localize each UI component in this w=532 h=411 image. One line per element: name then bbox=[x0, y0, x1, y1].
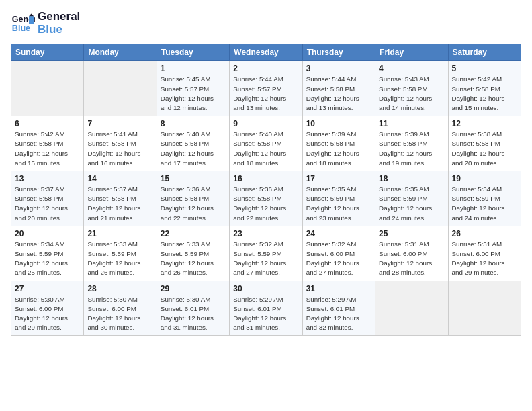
calendar-cell: 16Sunrise: 5:36 AM Sunset: 5:58 PM Dayli… bbox=[230, 171, 302, 226]
day-number: 6 bbox=[15, 119, 80, 128]
day-info: Sunrise: 5:43 AM Sunset: 5:58 PM Dayligh… bbox=[379, 75, 444, 113]
day-number: 13 bbox=[15, 174, 80, 183]
calendar-week-row: 27Sunrise: 5:30 AM Sunset: 6:00 PM Dayli… bbox=[11, 281, 521, 336]
calendar-cell: 18Sunrise: 5:35 AM Sunset: 5:59 PM Dayli… bbox=[375, 171, 448, 226]
day-info: Sunrise: 5:33 AM Sunset: 5:59 PM Dayligh… bbox=[87, 240, 152, 278]
calendar-cell: 7Sunrise: 5:41 AM Sunset: 5:58 PM Daylig… bbox=[84, 116, 157, 171]
day-info: Sunrise: 5:40 AM Sunset: 5:58 PM Dayligh… bbox=[233, 130, 298, 168]
calendar-cell: 21Sunrise: 5:33 AM Sunset: 5:59 PM Dayli… bbox=[84, 226, 157, 281]
calendar-cell bbox=[11, 61, 84, 116]
calendar-cell: 17Sunrise: 5:35 AM Sunset: 5:59 PM Dayli… bbox=[302, 171, 375, 226]
weekday-header-wednesday: Wednesday bbox=[230, 44, 302, 61]
calendar-cell: 30Sunrise: 5:29 AM Sunset: 6:01 PM Dayli… bbox=[230, 281, 302, 336]
calendar-week-row: 20Sunrise: 5:34 AM Sunset: 5:59 PM Dayli… bbox=[11, 226, 521, 281]
day-info: Sunrise: 5:32 AM Sunset: 6:00 PM Dayligh… bbox=[306, 240, 371, 278]
weekday-header-sunday: Sunday bbox=[11, 44, 84, 61]
calendar-cell: 2Sunrise: 5:44 AM Sunset: 5:57 PM Daylig… bbox=[230, 61, 302, 116]
day-number: 15 bbox=[161, 174, 226, 183]
day-number: 7 bbox=[87, 119, 152, 128]
logo: General Blue General Blue bbox=[11, 11, 80, 36]
weekday-header-friday: Friday bbox=[375, 44, 448, 61]
calendar-cell bbox=[448, 281, 521, 336]
day-info: Sunrise: 5:31 AM Sunset: 6:00 PM Dayligh… bbox=[379, 240, 444, 278]
day-info: Sunrise: 5:37 AM Sunset: 5:58 PM Dayligh… bbox=[15, 185, 80, 223]
calendar-cell: 20Sunrise: 5:34 AM Sunset: 5:59 PM Dayli… bbox=[11, 226, 84, 281]
day-number: 23 bbox=[233, 229, 298, 238]
svg-text:Blue: Blue bbox=[12, 23, 30, 32]
calendar-cell: 15Sunrise: 5:36 AM Sunset: 5:58 PM Dayli… bbox=[157, 171, 229, 226]
day-info: Sunrise: 5:40 AM Sunset: 5:58 PM Dayligh… bbox=[161, 130, 226, 168]
day-info: Sunrise: 5:42 AM Sunset: 5:58 PM Dayligh… bbox=[452, 75, 517, 113]
calendar-cell: 26Sunrise: 5:31 AM Sunset: 6:00 PM Dayli… bbox=[448, 226, 521, 281]
svg-marker-2 bbox=[29, 16, 34, 24]
day-info: Sunrise: 5:32 AM Sunset: 5:59 PM Dayligh… bbox=[233, 240, 298, 278]
calendar-cell bbox=[84, 61, 157, 116]
day-info: Sunrise: 5:35 AM Sunset: 5:59 PM Dayligh… bbox=[379, 185, 444, 223]
page-header: General Blue General Blue bbox=[11, 11, 521, 36]
calendar-table: SundayMondayTuesdayWednesdayThursdayFrid… bbox=[11, 44, 521, 336]
day-info: Sunrise: 5:31 AM Sunset: 6:00 PM Dayligh… bbox=[452, 240, 517, 278]
calendar-week-row: 13Sunrise: 5:37 AM Sunset: 5:58 PM Dayli… bbox=[11, 171, 521, 226]
day-number: 5 bbox=[452, 64, 517, 73]
day-number: 27 bbox=[15, 284, 80, 293]
calendar-cell: 29Sunrise: 5:30 AM Sunset: 6:01 PM Dayli… bbox=[157, 281, 229, 336]
day-info: Sunrise: 5:42 AM Sunset: 5:58 PM Dayligh… bbox=[15, 130, 80, 168]
day-info: Sunrise: 5:29 AM Sunset: 6:01 PM Dayligh… bbox=[306, 295, 371, 333]
calendar-cell: 10Sunrise: 5:39 AM Sunset: 5:58 PM Dayli… bbox=[302, 116, 375, 171]
day-number: 4 bbox=[379, 64, 444, 73]
day-number: 16 bbox=[233, 174, 298, 183]
day-info: Sunrise: 5:34 AM Sunset: 5:59 PM Dayligh… bbox=[15, 240, 80, 278]
day-info: Sunrise: 5:35 AM Sunset: 5:59 PM Dayligh… bbox=[306, 185, 371, 223]
calendar-week-row: 1Sunrise: 5:45 AM Sunset: 5:57 PM Daylig… bbox=[11, 61, 521, 116]
day-number: 30 bbox=[233, 284, 298, 293]
day-info: Sunrise: 5:41 AM Sunset: 5:58 PM Dayligh… bbox=[87, 130, 152, 168]
day-info: Sunrise: 5:38 AM Sunset: 5:58 PM Dayligh… bbox=[452, 130, 517, 168]
day-number: 31 bbox=[306, 284, 371, 293]
day-number: 29 bbox=[161, 284, 226, 293]
day-info: Sunrise: 5:44 AM Sunset: 5:57 PM Dayligh… bbox=[233, 75, 298, 113]
calendar-cell: 31Sunrise: 5:29 AM Sunset: 6:01 PM Dayli… bbox=[302, 281, 375, 336]
day-number: 28 bbox=[87, 284, 152, 293]
calendar-cell: 4Sunrise: 5:43 AM Sunset: 5:58 PM Daylig… bbox=[375, 61, 448, 116]
day-info: Sunrise: 5:30 AM Sunset: 6:00 PM Dayligh… bbox=[15, 295, 80, 333]
calendar-cell: 3Sunrise: 5:44 AM Sunset: 5:58 PM Daylig… bbox=[302, 61, 375, 116]
day-number: 24 bbox=[306, 229, 371, 238]
day-number: 2 bbox=[233, 64, 298, 73]
calendar-cell: 5Sunrise: 5:42 AM Sunset: 5:58 PM Daylig… bbox=[448, 61, 521, 116]
weekday-header-monday: Monday bbox=[84, 44, 157, 61]
day-number: 9 bbox=[233, 119, 298, 128]
day-number: 14 bbox=[87, 174, 152, 183]
calendar-cell bbox=[375, 281, 448, 336]
calendar-cell: 11Sunrise: 5:39 AM Sunset: 5:58 PM Dayli… bbox=[375, 116, 448, 171]
day-info: Sunrise: 5:39 AM Sunset: 5:58 PM Dayligh… bbox=[379, 130, 444, 168]
calendar-cell: 25Sunrise: 5:31 AM Sunset: 6:00 PM Dayli… bbox=[375, 226, 448, 281]
calendar-cell: 14Sunrise: 5:37 AM Sunset: 5:58 PM Dayli… bbox=[84, 171, 157, 226]
weekday-header-saturday: Saturday bbox=[448, 44, 521, 61]
day-info: Sunrise: 5:45 AM Sunset: 5:57 PM Dayligh… bbox=[161, 75, 226, 113]
calendar-cell: 9Sunrise: 5:40 AM Sunset: 5:58 PM Daylig… bbox=[230, 116, 302, 171]
day-info: Sunrise: 5:33 AM Sunset: 5:59 PM Dayligh… bbox=[161, 240, 226, 278]
day-number: 8 bbox=[161, 119, 226, 128]
day-info: Sunrise: 5:34 AM Sunset: 5:59 PM Dayligh… bbox=[452, 185, 517, 223]
logo-text-blue: Blue bbox=[38, 24, 80, 36]
day-number: 3 bbox=[306, 64, 371, 73]
day-info: Sunrise: 5:36 AM Sunset: 5:58 PM Dayligh… bbox=[161, 185, 226, 223]
weekday-header-tuesday: Tuesday bbox=[157, 44, 229, 61]
calendar-cell: 19Sunrise: 5:34 AM Sunset: 5:59 PM Dayli… bbox=[448, 171, 521, 226]
calendar-cell: 6Sunrise: 5:42 AM Sunset: 5:58 PM Daylig… bbox=[11, 116, 84, 171]
calendar-cell: 8Sunrise: 5:40 AM Sunset: 5:58 PM Daylig… bbox=[157, 116, 229, 171]
day-info: Sunrise: 5:30 AM Sunset: 6:01 PM Dayligh… bbox=[161, 295, 226, 333]
calendar-week-row: 6Sunrise: 5:42 AM Sunset: 5:58 PM Daylig… bbox=[11, 116, 521, 171]
day-number: 19 bbox=[452, 174, 517, 183]
calendar-cell: 24Sunrise: 5:32 AM Sunset: 6:00 PM Dayli… bbox=[302, 226, 375, 281]
weekday-header-thursday: Thursday bbox=[302, 44, 375, 61]
calendar-cell: 27Sunrise: 5:30 AM Sunset: 6:00 PM Dayli… bbox=[11, 281, 84, 336]
day-number: 10 bbox=[306, 119, 371, 128]
calendar-cell: 1Sunrise: 5:45 AM Sunset: 5:57 PM Daylig… bbox=[157, 61, 229, 116]
day-info: Sunrise: 5:30 AM Sunset: 6:00 PM Dayligh… bbox=[87, 295, 152, 333]
day-number: 22 bbox=[161, 229, 226, 238]
calendar-body: 1Sunrise: 5:45 AM Sunset: 5:57 PM Daylig… bbox=[11, 61, 521, 336]
day-info: Sunrise: 5:39 AM Sunset: 5:58 PM Dayligh… bbox=[306, 130, 371, 168]
day-number: 26 bbox=[452, 229, 517, 238]
calendar-cell: 23Sunrise: 5:32 AM Sunset: 5:59 PM Dayli… bbox=[230, 226, 302, 281]
